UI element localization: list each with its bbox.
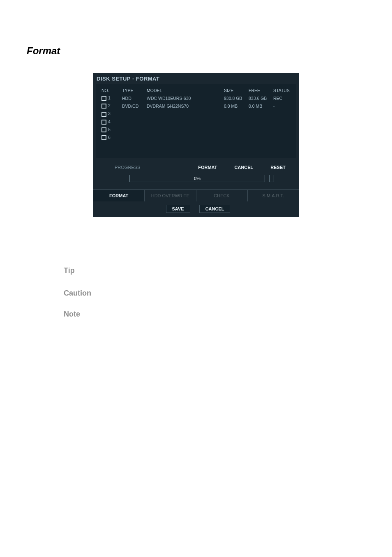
row-no: 4 <box>108 119 111 124</box>
table-row: 2 DVD/CD DVDRAM GH22NS70 0.0 MB 0.0 MB - <box>100 102 292 110</box>
checkbox-icon[interactable] <box>101 120 106 125</box>
table-row: 5 <box>100 126 292 134</box>
note-heading: Note <box>64 310 365 319</box>
checkbox-icon[interactable] <box>101 96 106 101</box>
action-row: PROGRESS FORMAT CANCEL RESET <box>93 158 299 173</box>
row-no: 6 <box>108 135 111 140</box>
progress-end-box <box>269 175 274 182</box>
checkbox-icon[interactable] <box>101 127 106 132</box>
row-no: 3 <box>108 111 111 116</box>
progress-wrap: 0% <box>93 173 299 190</box>
row-type: DVD/CD <box>120 102 145 110</box>
progress-text: 0% <box>194 176 201 181</box>
row-model: WDC WD10EURS-630 <box>145 94 222 102</box>
caution-heading: Caution <box>64 289 365 298</box>
tab-format[interactable]: FORMAT <box>93 190 145 201</box>
reset-button[interactable]: RESET <box>264 162 292 172</box>
row-no: 5 <box>108 127 111 132</box>
header-no: NO. <box>100 87 120 94</box>
row-model: DVDRAM GH22NS70 <box>145 102 222 110</box>
header-free: FREE <box>247 87 272 94</box>
cancel-format-button[interactable]: CANCEL <box>228 162 260 172</box>
table-row: 1 HDD WDC WD10EURS-630 930.8 GB 833.6 GB… <box>100 94 292 102</box>
row-size: 930.8 GB <box>222 94 247 102</box>
disk-setup-dialog: DISK SETUP - FORMAT NO. TYPE MODEL SIZE … <box>93 73 299 217</box>
row-free: 833.6 GB <box>247 94 272 102</box>
format-button[interactable]: FORMAT <box>191 162 224 172</box>
checkbox-icon[interactable] <box>101 104 106 109</box>
table-row: 3 <box>100 110 292 118</box>
checkbox-icon[interactable] <box>101 112 106 117</box>
tabs: FORMAT HDD OVERWRITE CHECK S.M.A.R.T. <box>93 190 299 201</box>
header-model: MODEL <box>145 87 222 94</box>
row-no: 2 <box>108 103 111 108</box>
progress-label: PROGRESS <box>100 165 187 170</box>
dialog-title: DISK SETUP - FORMAT <box>93 73 299 84</box>
tip-heading: Tip <box>64 266 365 275</box>
tab-check[interactable]: CHECK <box>196 190 248 201</box>
table-row: 6 <box>100 134 292 141</box>
row-free: 0.0 MB <box>247 102 272 110</box>
row-no: 1 <box>108 95 111 100</box>
save-button[interactable]: SAVE <box>166 205 190 213</box>
header-size: SIZE <box>222 87 247 94</box>
row-status: - <box>272 102 292 110</box>
row-status: REC <box>272 94 292 102</box>
progress-bar: 0% <box>129 175 265 182</box>
row-type: HDD <box>120 94 145 102</box>
tab-smart[interactable]: S.M.A.R.T. <box>248 190 299 201</box>
row-size: 0.0 MB <box>222 102 247 110</box>
header-type: TYPE <box>120 87 145 94</box>
tab-hdd-overwrite[interactable]: HDD OVERWRITE <box>145 190 196 201</box>
bottom-row: SAVE CANCEL <box>93 201 299 217</box>
table-row: 4 <box>100 118 292 126</box>
header-status: STATUS <box>272 87 292 94</box>
section-title: Format <box>27 45 365 57</box>
checkbox-icon[interactable] <box>101 135 106 140</box>
cancel-button[interactable]: CANCEL <box>199 205 231 213</box>
tip-block: Tip <box>27 266 365 275</box>
note-block: Note <box>27 310 365 319</box>
disk-table: NO. TYPE MODEL SIZE FREE STATUS 1 HDD WD… <box>100 87 292 141</box>
caution-block: Caution <box>27 289 365 298</box>
disk-table-wrap: NO. TYPE MODEL SIZE FREE STATUS 1 HDD WD… <box>96 84 296 158</box>
